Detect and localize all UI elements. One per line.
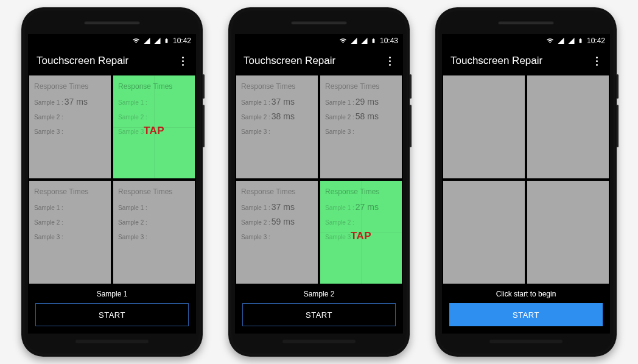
quadrant-header: Response Times: [118, 80, 190, 93]
signal-icon: [153, 37, 161, 44]
quadrant-top-left[interactable]: Response Times Sample 1 : Sample 2 : Sam…: [443, 75, 525, 178]
phone-screen: 10:42 Touchscreen Repair Response Times …: [28, 34, 196, 334]
phone-screen: 10:42 Touchscreen Repair Response Times …: [442, 34, 610, 334]
phone-chin: [234, 334, 404, 349]
phone-chin: [27, 334, 197, 349]
app-title: Touchscreen Repair: [37, 55, 128, 67]
clock-text: 10:42: [587, 37, 605, 45]
hardware-button: [617, 74, 619, 99]
quadrant-grid: Response Times Sample 1 : Sample 2 : Sam…: [442, 74, 610, 284]
hardware-button: [410, 105, 412, 147]
hardware-button: [203, 105, 205, 147]
phone-frame: 10:42 Touchscreen Repair Response Times …: [21, 7, 203, 357]
start-button[interactable]: START: [449, 303, 603, 326]
signal-icon: [360, 37, 368, 44]
status-label: Sample 2: [242, 290, 396, 298]
quadrant-bottom-right[interactable]: Response Times Sample 1 :27 ms Sample 2 …: [320, 181, 402, 284]
phone-screen: 10:43 Touchscreen Repair Response Times …: [235, 34, 403, 334]
quadrant-bottom-right[interactable]: Response Times Sample 1 : Sample 2 : Sam…: [527, 181, 609, 284]
wifi-icon: [545, 37, 555, 44]
wifi-icon: [131, 37, 141, 44]
quadrant-grid: Response Times Sample 1 :37 ms Sample 2 …: [235, 74, 403, 284]
quadrant-top-right[interactable]: Response Times Sample 1 : Sample 2 : Sam…: [113, 75, 195, 178]
status-label: Click start to begin: [449, 290, 603, 298]
phone-frame: 10:43 Touchscreen Repair Response Times …: [228, 7, 410, 357]
quadrant-header: Response Times: [325, 80, 397, 93]
quadrant-header: Response Times: [34, 80, 106, 93]
overflow-menu-icon[interactable]: [591, 55, 603, 67]
quadrant-top-left[interactable]: Response Times Sample 1 :37 ms Sample 2 …: [236, 75, 318, 178]
wifi-icon: [338, 37, 348, 44]
overflow-menu-icon[interactable]: [384, 55, 396, 67]
status-label: Sample 1: [35, 290, 189, 298]
signal-icon: [350, 37, 358, 44]
start-button[interactable]: START: [242, 303, 396, 326]
start-button[interactable]: START: [35, 303, 189, 326]
battery-icon: [164, 37, 169, 45]
quadrant-top-left[interactable]: Response Times Sample 1 :37 ms Sample 2 …: [29, 75, 111, 178]
hardware-button: [410, 74, 412, 99]
quadrant-bottom-left[interactable]: Response Times Sample 1 : Sample 2 : Sam…: [29, 181, 111, 284]
footer-area: Sample 1 START: [28, 284, 196, 334]
status-bar: 10:42: [442, 34, 610, 47]
signal-icon: [567, 37, 575, 44]
battery-icon: [578, 37, 583, 45]
battery-icon: [371, 37, 376, 45]
overflow-menu-icon[interactable]: [177, 55, 189, 67]
signal-icon: [557, 37, 565, 44]
phone-chin: [441, 334, 611, 349]
app-title: Touchscreen Repair: [244, 55, 335, 67]
signal-icon: [143, 37, 151, 44]
quadrant-bottom-right[interactable]: Response Times Sample 1 : Sample 2 : Sam…: [113, 181, 195, 284]
app-bar: Touchscreen Repair: [442, 47, 610, 74]
quadrant-header: Response Times: [118, 186, 190, 198]
clock-text: 10:43: [380, 37, 398, 45]
quadrant-header: Response Times: [34, 186, 106, 198]
clock-text: 10:42: [173, 37, 191, 45]
quadrant-header: Response Times: [325, 186, 397, 198]
quadrant-bottom-left[interactable]: Response Times Sample 1 :37 ms Sample 2 …: [236, 181, 318, 284]
phone-speaker: [498, 21, 554, 24]
quadrant-header: Response Times: [241, 80, 313, 93]
footer-area: Sample 2 START: [235, 284, 403, 334]
hardware-button: [203, 74, 205, 99]
status-bar: 10:42: [28, 34, 196, 47]
app-bar: Touchscreen Repair: [28, 47, 196, 74]
phone-speaker: [291, 21, 347, 24]
status-bar: 10:43: [235, 34, 403, 47]
phone-speaker: [84, 21, 140, 24]
phone-frame: 10:42 Touchscreen Repair Response Times …: [435, 7, 617, 357]
app-title: Touchscreen Repair: [450, 55, 542, 67]
footer-area: Click start to begin START: [442, 284, 610, 334]
quadrant-top-right[interactable]: Response Times Sample 1 :29 ms Sample 2 …: [320, 75, 402, 178]
quadrant-grid: Response Times Sample 1 :37 ms Sample 2 …: [28, 74, 196, 284]
hardware-button: [617, 105, 619, 147]
quadrant-header: Response Times: [241, 186, 313, 198]
quadrant-bottom-left[interactable]: Response Times Sample 1 : Sample 2 : Sam…: [443, 181, 525, 284]
quadrant-top-right[interactable]: Response Times Sample 1 : Sample 2 : Sam…: [527, 75, 609, 178]
app-bar: Touchscreen Repair: [235, 47, 403, 74]
